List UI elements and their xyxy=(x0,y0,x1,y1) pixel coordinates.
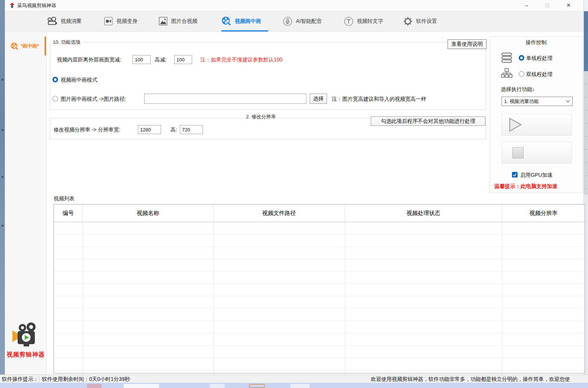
tab-ai-dubbing[interactable]: AI智能配音 xyxy=(283,10,322,32)
welcome-text: 欢迎使用视频剪辑神器，软件功能非常多，功能都是独立分明的，操作简单，欢迎您使 xyxy=(371,376,570,383)
image-path-input[interactable] xyxy=(144,94,306,104)
minimize-button[interactable]: – xyxy=(518,0,535,10)
tab-label: 视频画中画 xyxy=(235,18,261,25)
movie-camera-icon xyxy=(47,17,57,25)
inner-width-input[interactable] xyxy=(133,55,151,64)
chevron-down-icon xyxy=(566,100,570,103)
inner-width-label: 视频内层距离外层画面宽减: xyxy=(57,57,121,63)
tab-label: 视频转文字 xyxy=(357,18,383,25)
video-list-table: 编号 视频名称 视频文件路径 视频处理状态 视频分辨率 xyxy=(54,204,585,373)
video-list-label: 视频列表 xyxy=(54,195,75,202)
column-divider xyxy=(345,222,345,373)
letter-t-icon xyxy=(344,16,354,26)
tab-video-transform[interactable]: 视频变身 xyxy=(104,10,137,32)
stop-button[interactable] xyxy=(501,142,572,164)
tab-video-pip[interactable]: 视频画中画 xyxy=(221,10,261,32)
video-list-body xyxy=(54,222,585,373)
gpu-accel-checkbox[interactable] xyxy=(512,172,518,178)
resolution-group-title: 2. 修改分辨率 xyxy=(245,113,277,120)
column-divider xyxy=(83,222,83,373)
taskbar-sliver xyxy=(0,383,588,388)
column-header-name[interactable]: 视频名称 xyxy=(83,204,213,222)
column-header-index[interactable]: 编号 xyxy=(54,204,83,222)
play-icon xyxy=(509,117,522,132)
video-pip-mode-radio[interactable] xyxy=(52,77,58,82)
resolution-height-input[interactable] xyxy=(180,125,203,134)
tab-settings[interactable]: 软件设置 xyxy=(403,10,437,32)
tab-video-to-text[interactable]: 视频转文字 xyxy=(344,10,383,32)
function-options-title: 10. 功能选项 xyxy=(51,39,82,46)
sidebar-item-pip[interactable]: *画中画* xyxy=(5,37,47,55)
tab-label: 视频变身 xyxy=(116,18,137,25)
inner-height-label: 高减: xyxy=(155,57,167,63)
close-button[interactable]: ✕ xyxy=(560,0,577,10)
tab-label: AI智能配音 xyxy=(296,18,322,25)
column-header-resolution[interactable]: 视频分辨率 xyxy=(502,204,585,222)
dual-thread-label: 双线程处理 xyxy=(526,71,552,78)
sidebar-logo-caption: 视频剪辑神器 xyxy=(5,351,47,359)
film-reel-icon xyxy=(221,16,231,26)
image-size-note: 注：图片宽高建议和导入的视频宽高一样 xyxy=(332,96,426,103)
gear-icon xyxy=(403,16,413,26)
sidebar-active-indicator xyxy=(45,37,46,55)
dual-thread-radio[interactable] xyxy=(519,71,524,77)
gpu-support-note: 温馨提示：此电脑支持加速 xyxy=(494,183,557,190)
app-logo-icon xyxy=(9,2,15,8)
inner-height-input[interactable] xyxy=(174,55,192,64)
window-title: 菜鸟视频剪辑神器 xyxy=(17,2,56,9)
film-reel-icon xyxy=(10,42,19,50)
default-param-note: 注：如果完全不懂建议参数默认100 xyxy=(200,57,282,63)
column-divider xyxy=(213,222,214,373)
exclusive-process-note-button[interactable]: 勾选此项后程序不会对其他功能进行处理 xyxy=(371,116,485,126)
video-camera-icon xyxy=(104,16,113,26)
function-dropdown[interactable]: 1. 视频消重功能 xyxy=(501,97,573,106)
single-thread-icon xyxy=(501,52,513,63)
resolution-width-input[interactable] xyxy=(138,125,161,134)
column-header-status[interactable]: 视频处理状态 xyxy=(345,204,502,222)
tab-label: 图片合视频 xyxy=(171,18,197,25)
video-pip-mode-label: 视频画中画模式 xyxy=(61,77,97,84)
remaining-time-text: 软件使用剩余时间：0天0小时1分39秒 xyxy=(42,376,130,383)
operation-control-title: 操作控制 xyxy=(490,39,582,46)
single-thread-radio[interactable] xyxy=(519,55,524,61)
sidebar-item-label: *画中画* xyxy=(21,43,39,49)
single-thread-label: 单线程处理 xyxy=(526,55,552,62)
video-list-header: 编号 视频名称 视频文件路径 视频处理状态 视频分辨率 xyxy=(54,204,585,222)
dual-thread-icon xyxy=(501,68,513,79)
active-tab-underline xyxy=(221,30,268,31)
maximize-button[interactable]: □ xyxy=(539,0,555,10)
column-header-path[interactable]: 视频文件路径 xyxy=(213,204,345,222)
resolution-label: 修改视频分辨率 -> 分辨率宽: xyxy=(54,127,121,133)
column-divider xyxy=(502,222,503,373)
choose-image-button[interactable]: 选择 xyxy=(310,94,327,104)
status-bar: 软件操作提示： 软件使用剩余时间：0天0小时1分39秒 欢迎使用视频剪辑神器，软… xyxy=(0,375,588,383)
stop-icon xyxy=(512,147,524,158)
status-divider xyxy=(39,376,39,382)
image-pip-mode-radio[interactable] xyxy=(52,96,58,101)
sidebar: *画中画* 视频剪辑神器 xyxy=(5,32,47,375)
function-dropdown-value: 1. 视频消重功能 xyxy=(504,98,539,105)
resolution-height-label: 高: xyxy=(170,127,177,133)
select-function-label: 选择执行功能↓ xyxy=(501,86,535,93)
status-hint-label: 软件操作提示： xyxy=(2,376,39,383)
tab-label: 软件设置 xyxy=(416,18,437,25)
titlebar: 菜鸟视频剪辑神器 – □ ✕ xyxy=(5,0,584,10)
video-camera-logo-icon xyxy=(12,322,40,347)
microphone-icon xyxy=(283,16,293,26)
sidebar-logo: 视频剪辑神器 xyxy=(5,322,47,359)
nav-bar: 视频消重 视频变身 图片合视频 视频画中画 xyxy=(5,10,584,32)
tab-video-dedup[interactable]: 视频消重 xyxy=(47,10,82,32)
picture-icon xyxy=(158,16,168,26)
start-button[interactable] xyxy=(501,114,572,136)
gpu-accel-label: 启用GPU加速 xyxy=(520,172,552,179)
view-help-button[interactable]: 查看使用说明 xyxy=(448,39,487,49)
desktop-edge-strip xyxy=(0,0,5,388)
tab-image-to-video[interactable]: 图片合视频 xyxy=(158,10,197,32)
app-window: 菜鸟视频剪辑神器 – □ ✕ 视频消重 视频变身 xyxy=(0,0,588,388)
image-pip-mode-label: 图片画中画模式 ->图片路径: xyxy=(61,96,126,103)
tab-label: 视频消重 xyxy=(61,18,82,25)
